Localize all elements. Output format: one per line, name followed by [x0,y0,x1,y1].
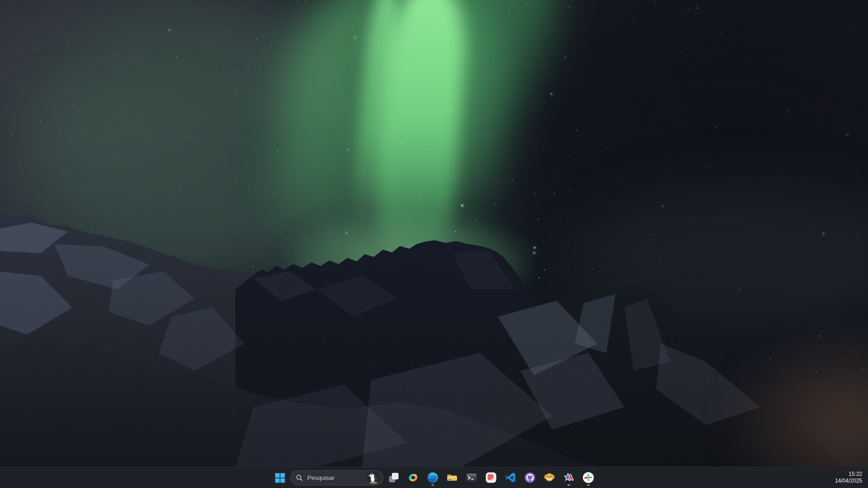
taskbar-app-file-explorer[interactable] [443,469,461,487]
puffin-bird-image [367,471,380,484]
desktop-wallpaper [0,0,868,467]
start-button[interactable] [271,469,289,487]
taskbar-app-task-view[interactable] [385,469,403,487]
taskbar-center-group [271,467,597,488]
search-input[interactable] [306,474,362,482]
blue-star-red-a-icon [563,472,575,483]
taskbar-app-dog-app[interactable] [540,469,558,487]
slack-icon [582,472,594,483]
running-indicator [431,484,434,486]
clock-date: 14/04/2025 [835,478,862,484]
task-view-icon [388,472,400,483]
folder-icon [446,472,458,483]
red-square-app-icon [485,472,497,483]
taskbar-app-vscode[interactable] [501,469,520,487]
taskbar: 15:22 14/04/2025 [0,467,868,488]
taskbar-clock[interactable]: 15:22 14/04/2025 [833,470,864,485]
running-indicator [568,484,570,486]
desktop-screen: 15:22 14/04/2025 [0,0,868,488]
taskbar-app-red-notes[interactable] [482,469,500,487]
taskbar-apps [385,469,597,487]
copilot-icon [407,472,419,483]
taskbar-app-star-app[interactable] [560,469,578,487]
mountain-silhouette [0,0,868,467]
taskbar-app-edge[interactable] [424,469,442,487]
taskbar-app-github-desktop[interactable] [521,469,539,487]
clock-time: 15:22 [835,471,862,478]
running-indicator [587,484,590,486]
search-icon [296,474,303,481]
search-highlight[interactable] [366,471,381,484]
windows-start-icon [274,472,286,483]
taskbar-app-copilot[interactable] [404,469,422,487]
taskbar-app-terminal[interactable] [463,469,481,487]
edge-browser-icon [427,472,439,483]
search-box[interactable] [290,470,383,485]
dog-face-icon [544,472,555,483]
vscode-icon [505,472,516,483]
taskbar-app-slack[interactable] [579,469,597,487]
terminal-icon [466,472,477,483]
github-octocat-icon [524,472,536,483]
